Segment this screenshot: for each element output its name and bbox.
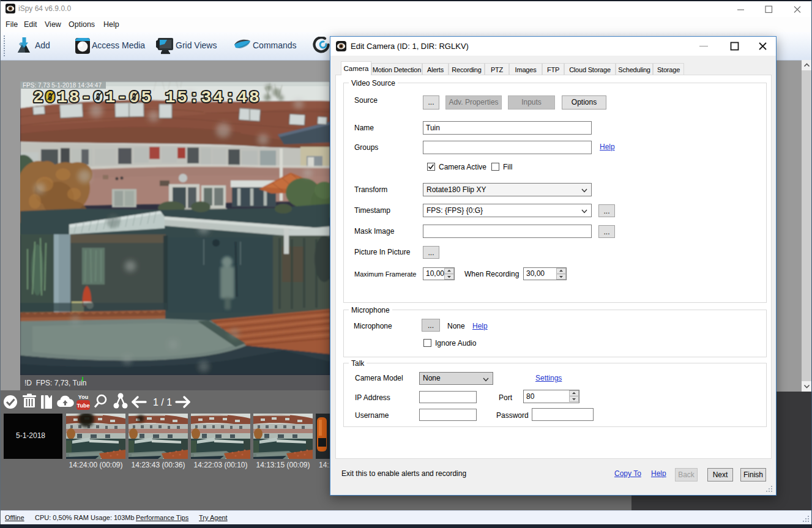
svg-text:2018-01-05 15:34:48: 2018-01-05 15:34:48 (33, 88, 261, 107)
svg-text:FPS: 7,73 5-1-2018 14:34:47: FPS: 7,73 5-1-2018 14:34:47 (23, 82, 102, 89)
svg-text:You: You (78, 394, 88, 400)
svg-text:Tube: Tube (77, 403, 90, 409)
svg-text:1 / 1: 1 / 1 (153, 397, 172, 407)
